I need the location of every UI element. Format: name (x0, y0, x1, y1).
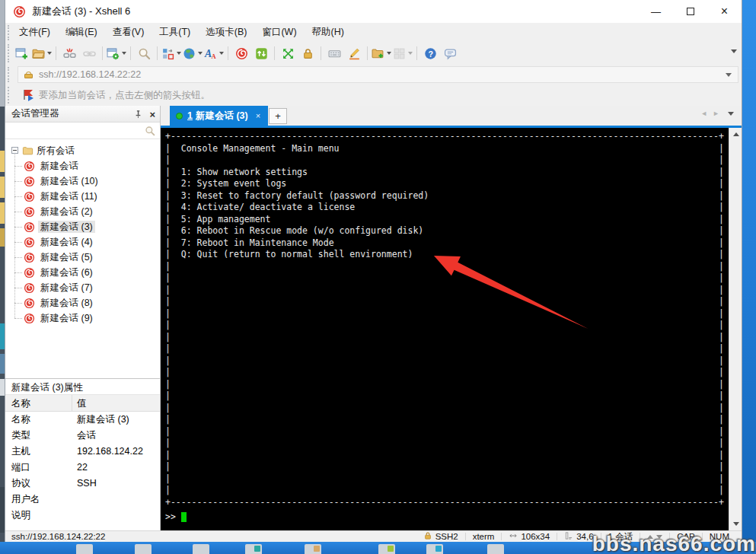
menu-item-4[interactable]: 工具(T) (152, 24, 198, 41)
taskbar-item[interactable] (305, 544, 321, 554)
lock-icon (423, 531, 432, 540)
dropdown-caret-icon[interactable] (219, 52, 224, 55)
menu-item-2[interactable]: 编辑(E) (58, 24, 105, 41)
menu-item-3[interactable]: 查看(V) (105, 24, 152, 41)
toolbar-gripper[interactable] (8, 44, 11, 62)
collapse-icon[interactable] (11, 147, 18, 154)
session-tree-item[interactable]: 新建会话 (2) (5, 204, 160, 219)
toolbar-open-folder-button[interactable] (32, 44, 52, 62)
toolbar-find-button[interactable] (135, 44, 153, 62)
toolbar-tile-windows-button[interactable] (393, 44, 413, 62)
dropdown-caret-icon[interactable] (122, 52, 126, 55)
new-tab-button[interactable]: + (269, 108, 287, 124)
tab-scroll-right-icon[interactable]: ► (713, 110, 719, 117)
session-tree-item[interactable]: 新建会话 (11) (5, 189, 160, 204)
panel-close-icon[interactable]: × (149, 109, 155, 120)
session-properties-icon (107, 47, 120, 60)
dropdown-caret-icon[interactable] (408, 52, 413, 55)
toolbar-disconnect-button[interactable] (60, 44, 78, 62)
property-row[interactable]: 说明 (5, 508, 160, 524)
toolbar-fullscreen-button[interactable] (279, 44, 297, 62)
column-value[interactable]: 值 (72, 395, 87, 411)
toolbar-lock-button[interactable] (298, 44, 317, 62)
reconnect-icon (83, 47, 96, 60)
session-tree-item[interactable]: 新建会话 (4) (5, 234, 160, 250)
menu-item-5[interactable]: 选项卡(B) (198, 24, 254, 41)
taskbar-item[interactable] (378, 544, 395, 554)
taskbar-item[interactable] (245, 544, 262, 554)
toolbar-reconnect-button[interactable] (80, 44, 98, 62)
toolbar-xshell-button[interactable] (232, 44, 250, 62)
address-combo[interactable]: ssh://192.168.124.22:22 (18, 66, 738, 83)
addressbar-gripper[interactable] (8, 67, 11, 83)
toolbar-new-folder-button[interactable] (372, 44, 391, 62)
terminal-prompt: >> (165, 511, 176, 522)
menu-item-6[interactable]: 窗口(W) (254, 24, 304, 41)
toolbar-layout-button[interactable] (161, 44, 181, 62)
property-row[interactable]: 用户名 (5, 492, 160, 508)
taskbar-item-chip (388, 546, 394, 552)
menu-item-1[interactable]: 文件(F) (11, 24, 58, 41)
taskbar-item[interactable] (487, 544, 504, 554)
pin-icon[interactable] (133, 110, 143, 119)
session-tree-item[interactable]: 新建会话 (5) (5, 250, 160, 265)
toolbar-help-button[interactable] (421, 44, 439, 62)
session-tree-item[interactable]: 新建会话 (7) (5, 280, 160, 295)
toolbar-highlight-pen-button[interactable] (345, 44, 363, 62)
taskbar-item[interactable] (426, 544, 443, 554)
toolbar-xftp-button[interactable] (252, 44, 270, 62)
session-tree-item[interactable]: 新建会话 (10) (5, 174, 160, 189)
terminal-scrollbar[interactable] (729, 128, 742, 530)
property-row[interactable]: 协议SSH (5, 476, 160, 492)
minimize-button[interactable]: — (639, 0, 673, 23)
status-106x34[interactable]: 106x34 (509, 531, 550, 542)
toolbar-session-properties-button[interactable] (107, 44, 126, 62)
toolbar-keyboard-button[interactable] (325, 44, 343, 62)
column-name[interactable]: 名称 (5, 395, 72, 411)
taskbar-item[interactable] (76, 544, 93, 554)
property-row[interactable]: 端口22 (5, 460, 160, 476)
property-value: 会话 (72, 428, 96, 444)
session-tree-item[interactable]: 新建会话 (5, 158, 160, 174)
tab-close-icon[interactable]: × (256, 111, 260, 120)
address-dropdown-caret[interactable] (726, 73, 732, 77)
property-row[interactable]: 类型会话 (5, 428, 160, 444)
scroll-down-icon[interactable] (729, 517, 742, 530)
dropdown-caret-icon[interactable] (387, 52, 391, 55)
scroll-up-icon[interactable] (729, 128, 742, 141)
toolbar-overflow-caret[interactable] (731, 49, 737, 53)
tab-list-caret[interactable] (728, 112, 734, 116)
dropdown-caret-icon[interactable] (47, 52, 52, 55)
taskbar-item[interactable] (193, 544, 209, 554)
status-xterm[interactable]: xterm (473, 532, 495, 541)
dropdown-caret-icon[interactable] (198, 52, 203, 55)
address-value[interactable]: ssh://192.168.124.22:22 (39, 69, 141, 80)
tree-root-all-sessions[interactable]: 所有会话 (5, 143, 160, 158)
titlebar[interactable]: 新建会话 (3) - Xshell 6 — × (5, 0, 742, 23)
infobar-gripper[interactable] (8, 87, 11, 103)
maximize-button[interactable] (673, 0, 707, 23)
status-ssh2[interactable]: SSH2 (423, 531, 458, 542)
status-34-6[interactable]: 34,6 (564, 531, 593, 542)
ssl-lock-icon (24, 72, 33, 78)
session-tree-item[interactable]: 新建会话 (8) (5, 295, 160, 310)
dropdown-caret-icon[interactable] (177, 52, 181, 55)
property-row[interactable]: 主机192.168.124.22 (5, 444, 160, 460)
property-row[interactable]: 名称新建会话 (3) (5, 412, 160, 428)
taskbar-item[interactable] (135, 544, 152, 554)
tab-active-session[interactable]: 1 新建会话 (3) × (170, 106, 268, 126)
session-tree-item[interactable]: 新建会话 (3) (5, 219, 160, 234)
session-search-box[interactable] (5, 123, 160, 139)
close-button[interactable]: × (707, 0, 742, 23)
session-tree-item[interactable]: 新建会话 (9) (5, 310, 160, 326)
property-name: 用户名 (5, 492, 72, 508)
toolbar-web-button[interactable] (183, 44, 203, 62)
terminal[interactable]: +---------------------------------------… (161, 128, 729, 530)
toolbar-new-session-button[interactable] (12, 44, 30, 62)
add-session-flag-icon[interactable] (22, 89, 34, 101)
menu-item-7[interactable]: 帮助(H) (305, 24, 352, 41)
tab-scroll-left-icon[interactable]: ◄ (700, 110, 707, 117)
session-tree-item[interactable]: 新建会话 (6) (5, 265, 160, 280)
toolbar-font-button[interactable] (204, 44, 224, 62)
toolbar-message-balloon-button[interactable] (441, 44, 459, 62)
